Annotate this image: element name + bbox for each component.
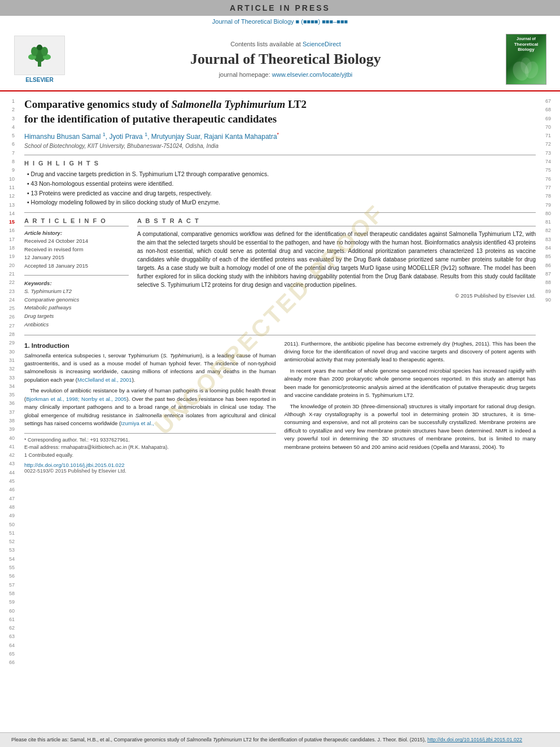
footnote-email: E-mail address: rmahapatra@kiitbiotech.a… (24, 444, 276, 451)
top-bar: ELSEVIER Contents lists available at Sci… (0, 28, 560, 91)
section-1-title: 1. Introduction (24, 342, 276, 349)
highlight-item: 43 Non-homologous essential proteins wer… (27, 180, 536, 188)
highlight-item: 13 Proteins were predicted as vaccine an… (27, 189, 536, 198)
article-columns: 1. Introduction Salmonella enterica subs… (24, 340, 536, 474)
keywords-list: S. Typhimurium LT2 Comparative genomics … (24, 287, 129, 329)
elsevier-label: ELSEVIER (25, 77, 53, 83)
copyright-line: © 2015 Published by Elsevier Ltd. (137, 292, 536, 299)
divider-2 (24, 212, 536, 213)
keyword: Drug targets (24, 312, 129, 321)
article-body: Comparative genomics study of Salmonella… (16, 91, 544, 673)
journal-main-title: Journal of Theoretical Biology (73, 51, 498, 68)
citation-doi-link[interactable]: http://dx.doi.org/10.1016/j.jtbi.2015.01… (427, 737, 522, 742)
email-link[interactable]: rmahapatra@kiitbiotech.ac.in (61, 444, 127, 450)
abstract-label: A B S T R A C T (137, 217, 536, 226)
svg-point-4 (31, 47, 38, 56)
elsevier-logo: ELSEVIER (11, 36, 68, 83)
article-info-label: A R T I C L E I N F O (24, 217, 129, 226)
elsevier-logo-image (14, 36, 65, 75)
journal-title-center: Contents lists available at ScienceDirec… (73, 41, 498, 78)
keyword: Comparative genomics (24, 296, 129, 304)
svg-point-6 (37, 45, 42, 50)
journal-thumb-image: Journal of Theoretical Biology (506, 34, 546, 85)
line-numbers-right: 6768697071 7273747576 7778798081 8283848… (544, 91, 560, 673)
journal-thumb-title: Theoretical Biology (509, 42, 544, 53)
authors: Himanshu Bhusan Samal 1, Jyoti Prava 1, … (24, 132, 536, 141)
highlights-label: H I G H L I G H T S (24, 160, 536, 167)
footnote-contributed: 1 Contributed equally. (24, 452, 276, 459)
journal-thumb-decoration (509, 55, 543, 82)
footnote-corresponding: * Corresponding author. Tel.: +91 933762… (24, 436, 276, 444)
affiliation: School of Biotechnology, KIIT University… (24, 143, 536, 149)
keyword: S. Typhimurium LT2 (24, 287, 129, 296)
contents-line: Contents lists available at ScienceDirec… (73, 41, 498, 47)
svg-point-5 (41, 47, 48, 56)
citation-bar: Please cite this article as: Samal, H.B.… (0, 732, 560, 747)
journal-header-line: Journal of Theoretical Biology ■ (■■■■) … (0, 16, 560, 28)
highlight-item: Homology modeling followed by in silico … (27, 198, 536, 207)
keyword: Metabolic pathways (24, 304, 129, 312)
article-history-label: Article history: (24, 230, 129, 236)
col-right: 2011). Furthermore, the antibiotic pipel… (285, 340, 536, 474)
article-title: Comparative genomics study of Salmonella… (24, 97, 536, 126)
article-info-col: A R T I C L E I N F O Article history: R… (24, 217, 129, 329)
section-1-body: Salmonella enterica subspecies I, serova… (24, 352, 276, 428)
abstract-text: A computational, comparative genomics wo… (137, 230, 536, 289)
journal-thumb-header: Journal of (517, 37, 536, 41)
two-col-info-abstract: A R T I C L E I N F O Article history: R… (24, 217, 536, 329)
abstract-col: A B S T R A C T A computational, compara… (137, 217, 536, 329)
journal-homepage-link[interactable]: www.elsevier.com/locate/yjtbi (272, 71, 352, 78)
footnote-area: * Corresponding author. Tel.: +91 933762… (24, 433, 276, 458)
keywords-label: Keywords: (24, 280, 129, 286)
highlight-item: Drug and vaccine targets prediction in S… (27, 170, 536, 178)
keyword: Antibiotics (24, 321, 129, 329)
elsevier-tree-icon (25, 43, 54, 68)
col-left: 1. Introduction Salmonella enterica subs… (24, 340, 276, 474)
article-dates: Received 24 October 2014 Received in rev… (24, 237, 129, 270)
issn-line: 0022-5193/© 2015 Published by Elsevier L… (24, 468, 276, 474)
line-numbers-left: 12345 678910 11121314 15 1617181920 2122… (0, 91, 16, 673)
doi-line[interactable]: http://dx.doi.org/10.1016/j.jtbi.2015.01… (24, 462, 276, 468)
main-content: 12345 678910 11121314 15 1617181920 2122… (0, 91, 560, 673)
divider-1 (24, 155, 536, 155)
divider-3 (24, 275, 129, 276)
highlights-section: H I G H L I G H T S Drug and vaccine tar… (24, 160, 536, 207)
col-right-body: 2011). Furthermore, the antibiotic pipel… (285, 340, 536, 452)
highlights-list: Drug and vaccine targets prediction in S… (24, 170, 536, 207)
journal-thumb: Journal of Theoretical Biology (504, 34, 549, 85)
article-in-press-banner: ARTICLE IN PRESS (0, 0, 560, 16)
sciencedirect-link[interactable]: ScienceDirect (303, 41, 341, 47)
journal-homepage-line: journal homepage: www.elsevier.com/locat… (73, 71, 498, 78)
divider-4 (24, 335, 536, 335)
